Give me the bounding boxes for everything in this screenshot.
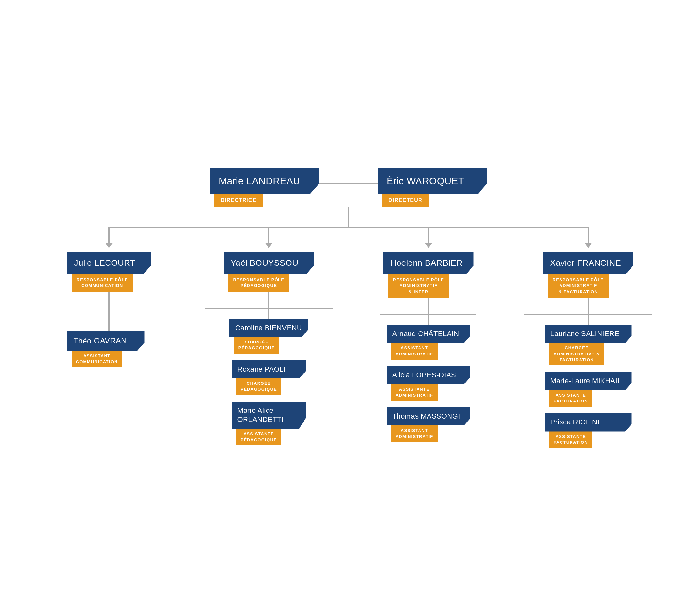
director-role-1: DIRECTRICE [214, 193, 263, 207]
col2-child-v [268, 309, 269, 319]
col1-child-1: Théo GAVRAN ASSISTANTCOMMUNICATION [67, 331, 145, 368]
roxane-node: Roxane PAOLI CHARGÉEPÉDAGOGIQUE [232, 360, 306, 395]
alicia-node: Alicia LOPES-DIAS ASSISTANTEADMINISTRATI… [387, 366, 471, 401]
caroline-role: CHARGÉEPÉDAGOGIQUE [234, 337, 279, 354]
theo-node: Théo GAVRAN ASSISTANTCOMMUNICATION [67, 331, 145, 368]
col3-arrow [425, 243, 432, 248]
col4-head-role: RESPONSABLE PÔLEADMINISTRATIF& FACTURATI… [548, 274, 609, 298]
col4-child-v [588, 315, 589, 325]
col4-head-node: Xavier FRANCINE RESPONSABLE PÔLEADMINIST… [543, 252, 634, 297]
col4-v-line-top [588, 227, 589, 243]
lauriane-role: CHARGÉEADMINISTRATIVE &FACTURATION [549, 343, 604, 365]
col1-left-v [108, 292, 110, 331]
thomas-name: Thomas MASSONGI [387, 407, 471, 426]
thomas-node: Thomas MASSONGI ASSISTANTADMINISTRATIF [387, 407, 471, 442]
caroline-name: Caroline BIENVENU [229, 319, 308, 337]
col1-head-name: Julie LECOURT [67, 252, 151, 274]
theo-role: ASSISTANTCOMMUNICATION [72, 350, 122, 367]
director-role-2: DIRECTEUR [382, 193, 429, 207]
column-2: Yaël BOUYSSOU RESPONSABLE PÔLEPÉDAGOGIQU… [189, 227, 348, 446]
col3-child-v [428, 315, 429, 325]
col3-children-row: Arnaud CHÂTELAIN ASSISTANTADMINISTRATIF … [381, 315, 476, 442]
prisca-name: Prisca RIOLINE [545, 413, 632, 432]
col4-children-row: Lauriane SALINIERE CHARGÉEADMINISTRATIVE… [524, 315, 652, 448]
arnaud-name: Arnaud CHÂTELAIN [387, 325, 471, 343]
top-connector [29, 207, 668, 227]
lauriane-name: Lauriane SALINIERE [545, 325, 632, 343]
col2-children-row: Caroline BIENVENU CHARGÉEPÉDAGOGIQUE Rox… [205, 309, 333, 446]
col4-child-group: Lauriane SALINIERE CHARGÉEADMINISTRATIVE… [524, 315, 652, 448]
col3-child-group: Arnaud CHÂTELAIN ASSISTANTADMINISTRATIF … [381, 315, 476, 442]
col2-head-name: Yaël BOUYSSOU [224, 252, 314, 274]
col3-head-role: RESPONSABLE PÔLEADMINISTRATIF& INTER [388, 274, 449, 298]
col1-tbar [29, 292, 189, 331]
alicia-role: ASSISTANTEADMINISTRATIF [391, 384, 438, 401]
col3-v-to-children [428, 298, 429, 314]
roxane-role: CHARGÉEPÉDAGOGIQUE [236, 378, 282, 395]
col3-head-node: Hoelenn BARBIER RESPONSABLE PÔLEADMINIST… [383, 252, 474, 297]
h-bar-main [109, 227, 588, 228]
director-name-2: Éric WAROQUET [377, 168, 487, 194]
director-node-1: Marie LANDREAU DIRECTRICE [210, 168, 320, 207]
theo-name: Théo GAVRAN [67, 331, 145, 351]
column-1: Julie LECOURT RESPONSABLE PÔLECOMMUNICAT… [29, 227, 189, 367]
col2-child-group: Caroline BIENVENU CHARGÉEPÉDAGOGIQUE Rox… [205, 309, 333, 446]
col2-head-node: Yaël BOUYSSOU RESPONSABLE PÔLEPÉDAGOGIQU… [224, 252, 314, 291]
col4-arrow [584, 243, 592, 248]
prisca-node: Prisca RIOLINE ASSISTANTEFACTURATION [545, 413, 632, 448]
marie-alice-name: Marie AliceORLANDETTI [232, 402, 306, 429]
col1-arrow [105, 243, 113, 248]
director-node-2: Éric WAROQUET DIRECTEUR [377, 168, 487, 207]
col1-v-line-top [108, 227, 110, 243]
col2-arrow [265, 243, 273, 248]
column-4: Xavier FRANCINE RESPONSABLE PÔLEADMINIST… [508, 227, 668, 448]
col4-v-to-children [588, 298, 589, 314]
directors-row: Marie LANDREAU DIRECTRICE Éric WAROQUET … [29, 168, 668, 207]
marie-laure-node: Marie-Laure MIKHAIL ASSISTANTEFACTURATIO… [545, 372, 632, 407]
roxane-name: Roxane PAOLI [232, 360, 306, 379]
arnaud-role: ASSISTANTADMINISTRATIF [391, 343, 438, 359]
marie-alice-role: ASSISTANTEPÉDAGOGIQUE [236, 429, 282, 446]
lauriane-node: Lauriane SALINIERE CHARGÉEADMINISTRATIVE… [545, 325, 632, 365]
arnaud-node: Arnaud CHÂTELAIN ASSISTANTADMINISTRATIF [387, 325, 471, 360]
col4-head-name: Xavier FRANCINE [543, 252, 634, 274]
col1-left-branch [29, 292, 189, 331]
col1-head-node: Julie LECOURT RESPONSABLE PÔLECOMMUNICAT… [67, 252, 151, 291]
col3-v-line-top [428, 227, 429, 243]
prisca-role: ASSISTANTEFACTURATION [549, 431, 593, 448]
col2-head-role: RESPONSABLE PÔLEPÉDAGOGIQUE [228, 274, 290, 291]
marie-laure-role: ASSISTANTEFACTURATION [549, 390, 593, 407]
marie-laure-name: Marie-Laure MIKHAIL [545, 372, 632, 390]
col2-v-line-top [268, 227, 269, 243]
org-chart: Marie LANDREAU DIRECTRICE Éric WAROQUET … [16, 149, 681, 467]
col1-head-role: RESPONSABLE PÔLECOMMUNICATION [72, 274, 133, 291]
director-name-1: Marie LANDREAU [210, 168, 320, 194]
column-3: Hoelenn BARBIER RESPONSABLE PÔLEADMINIST… [348, 227, 508, 442]
center-v-line [348, 207, 349, 227]
alicia-name: Alicia LOPES-DIAS [387, 366, 471, 385]
marie-alice-node: Marie AliceORLANDETTI ASSISTANTEPÉDAGOGI… [232, 402, 306, 446]
col3-head-name: Hoelenn BARBIER [383, 252, 474, 274]
four-columns-section: Julie LECOURT RESPONSABLE PÔLECOMMUNICAT… [29, 227, 668, 448]
col2-v-to-children [268, 292, 269, 308]
caroline-node: Caroline BIENVENU CHARGÉEPÉDAGOGIQUE [229, 319, 308, 354]
thomas-role: ASSISTANTADMINISTRATIF [391, 425, 438, 442]
